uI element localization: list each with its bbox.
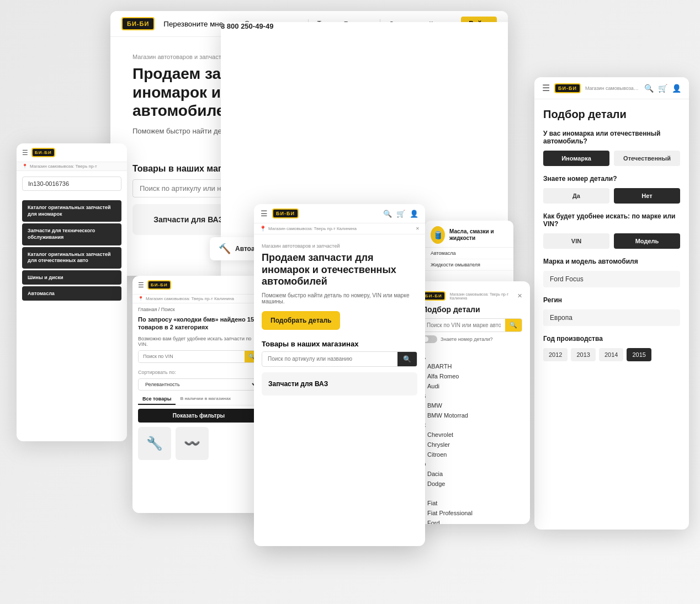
oil-icon: 🛢️ bbox=[431, 226, 445, 244]
brand-abarth[interactable]: ABARTH bbox=[414, 361, 530, 371]
search-icon[interactable]: 🔍 bbox=[644, 84, 654, 93]
brand-chrysler[interactable]: Chrysler bbox=[414, 440, 530, 450]
brands-store-label: Магазин самовывоза: Тверь пр-т Калинина bbox=[450, 292, 517, 300]
hamburger-icon[interactable]: ☰ bbox=[542, 83, 550, 93]
year-2012[interactable]: 2012 bbox=[543, 348, 568, 361]
brands-card: БИ-БИ Магазин самовывоза: Тверь пр-т Кал… bbox=[414, 281, 530, 524]
mobile-menu-item-5[interactable]: Автомасла bbox=[22, 286, 121, 301]
product-thumbnails: 🔧 〰️ bbox=[132, 427, 265, 460]
mobile-logo: БИ-БИ bbox=[31, 148, 55, 157]
tablet-store-bar: 📍 Магазин самовывоза: Тверь пр-т Калинин… bbox=[254, 223, 425, 234]
cart-icon[interactable]: 🛒 bbox=[658, 84, 667, 93]
tablet-hamburger-icon[interactable]: ☰ bbox=[261, 209, 268, 218]
mobile-article-input[interactable] bbox=[22, 177, 121, 191]
tablet-search-input[interactable] bbox=[262, 352, 397, 365]
vin-search-row: 🔍 bbox=[138, 350, 259, 363]
brand-letter-a: A bbox=[414, 352, 530, 361]
btn-yes[interactable]: Да bbox=[543, 188, 609, 204]
brands-close-icon[interactable]: ✕ bbox=[517, 292, 522, 300]
btn-domestic[interactable]: Отечественный bbox=[614, 151, 680, 166]
tablet-search-button[interactable]: 🔍 bbox=[397, 352, 417, 366]
btn-no[interactable]: Нет bbox=[614, 188, 680, 204]
brand-ford[interactable]: Ford bbox=[414, 518, 530, 524]
vin-input[interactable] bbox=[139, 351, 245, 362]
tablet-logo: БИ-БИ bbox=[272, 209, 299, 218]
brand-letter-d: D bbox=[414, 459, 530, 469]
right-panel-content: Подбор детали У вас иномарка или отечест… bbox=[534, 99, 689, 370]
btn-model[interactable]: Модель bbox=[614, 233, 680, 249]
tablet-user-icon[interactable]: 👤 bbox=[410, 210, 418, 218]
filter-tabs: Все товары В наличии в магазинах bbox=[138, 394, 259, 405]
year-2015[interactable]: 2015 bbox=[627, 348, 651, 361]
brand-bmw[interactable]: BMW bbox=[414, 400, 530, 410]
tab-all[interactable]: Все товары bbox=[138, 394, 176, 405]
brand-citroen[interactable]: Citroen bbox=[414, 450, 530, 459]
btn-inomark[interactable]: Иномарка bbox=[543, 151, 609, 166]
tablet-search-icon[interactable]: 🔍 bbox=[383, 210, 392, 218]
mobile-menu-item-1[interactable]: Каталог оригинальных запчастей для инома… bbox=[22, 200, 121, 222]
car-type-group: Иномарка Отечественный bbox=[543, 151, 680, 166]
brand-dodge[interactable]: Dodge bbox=[414, 479, 530, 489]
user-icon[interactable]: 👤 bbox=[672, 84, 681, 93]
brand-dacia[interactable]: Dacia bbox=[414, 469, 530, 479]
brands-logo: БИ-БИ bbox=[422, 291, 446, 301]
scene: БИ-БИ 8 800 250-49-49 Перезвоните мне Св… bbox=[0, 0, 700, 604]
sort-label: Сортировать по: bbox=[132, 367, 265, 377]
brand-letter-f: F bbox=[414, 489, 530, 498]
brand-fiat-pro[interactable]: Fiat Professional bbox=[414, 508, 530, 518]
oils-item-1[interactable]: Автомасла bbox=[425, 248, 513, 259]
brand-audi[interactable]: Audi bbox=[414, 381, 530, 391]
right-panel-logo: БИ-БИ bbox=[554, 83, 581, 93]
mobile-menu-item-4[interactable]: Шины и диски bbox=[22, 270, 121, 285]
brand-bmw-moto[interactable]: BMW Motorrad bbox=[414, 410, 530, 420]
q3-text: Как будет удобнее искать: по марке или V… bbox=[543, 212, 680, 228]
tablet-cart-icon[interactable]: 🛒 bbox=[396, 210, 405, 218]
brands-title: Подбор детали bbox=[422, 305, 522, 314]
accessories-icon: 🔨 bbox=[219, 243, 231, 255]
mobile-card: ☰ БИ-БИ 📍 Магазин самовывоза: Тверь пр-т… bbox=[17, 143, 127, 441]
vin-toggle: Знаете номер детали? bbox=[422, 335, 522, 343]
brands-header: БИ-БИ Магазин самовывоза: Тверь пр-т Кал… bbox=[414, 281, 530, 350]
search-card-store-bar: 📍 Магазин самовывоза: Тверь пр-т Калинин… bbox=[132, 295, 265, 303]
mobile-hamburger-icon[interactable]: ☰ bbox=[22, 149, 28, 157]
tablet-search: 🔍 bbox=[262, 351, 417, 367]
tablet-hero-desc: Поможем быстро найти деталь по номеру, V… bbox=[262, 292, 417, 304]
oils-item-2[interactable]: Жидкости омывателя bbox=[425, 259, 513, 271]
mobile-menu: Каталог оригинальных запчастей для инома… bbox=[17, 196, 127, 304]
tablet-find-button[interactable]: Подобрать деталь bbox=[262, 311, 340, 330]
mobile-store-bar: 📍 Магазин самовывоза: Тверь пр-т bbox=[17, 162, 127, 171]
tablet-hero-title: Продаем запчасти для иномарок и отечеств… bbox=[262, 252, 417, 288]
search-card-hamburger-icon[interactable]: ☰ bbox=[138, 281, 144, 289]
year-2013[interactable]: 2013 bbox=[571, 348, 595, 361]
search-card-top-bar: ☰ БИ-БИ bbox=[132, 276, 265, 295]
tablet-close-icon[interactable]: ✕ bbox=[416, 226, 420, 231]
right-panel-card: ☰ БИ-БИ Магазин самовывоза: Тверь пр-т К… bbox=[534, 77, 689, 530]
brand-letter-c: C bbox=[414, 420, 530, 430]
search-results-title: По запросу «колодки бмв» найдено 156 тов… bbox=[132, 313, 265, 335]
tab-instock[interactable]: В наличии в магазинах bbox=[176, 394, 235, 405]
panel-title: Подбор детали bbox=[543, 108, 680, 121]
brands-search-button[interactable]: 🔍 bbox=[505, 319, 522, 332]
tablet-hero-sub: Магазин автотоваров и запчастей bbox=[262, 243, 417, 249]
mobile-menu-item-2[interactable]: Запчасти для технического обслуживания bbox=[22, 223, 121, 245]
brand-alfa[interactable]: Alfa Romeo bbox=[414, 371, 530, 381]
part-number-group: Да Нет bbox=[543, 188, 680, 204]
brand-fiat[interactable]: Fiat bbox=[414, 498, 530, 508]
btn-vin[interactable]: VIN bbox=[543, 233, 609, 249]
tablet-card: ☰ БИ-БИ 🔍 🛒 👤 📍 Магазин самовывоза: Твер… bbox=[254, 204, 425, 546]
show-filters-button[interactable]: Показать фильтры bbox=[138, 409, 259, 423]
q4-text: Марка и модель автомобиля bbox=[543, 258, 680, 265]
brands-list: A ABARTH Alfa Romeo Audi B BMW BMW Motor… bbox=[414, 350, 530, 524]
car-model-field[interactable]: Ford Focus bbox=[543, 271, 680, 287]
right-panel-store-label: Магазин самовывоза: Тверь пр-т Калинина bbox=[585, 85, 640, 91]
mobile-menu-item-3[interactable]: Каталог оригинальных запчастей для отече… bbox=[22, 247, 121, 269]
sort-select[interactable]: Релевантность bbox=[138, 378, 259, 391]
region-field[interactable]: Европа bbox=[543, 309, 680, 326]
q5-text: Регин bbox=[543, 296, 680, 304]
mobile-top-bar: ☰ БИ-БИ bbox=[17, 143, 127, 162]
year-2014[interactable]: 2014 bbox=[599, 348, 623, 361]
mobile-location-icon: 📍 bbox=[22, 164, 28, 169]
tablet-category-vaz[interactable]: Запчасти для ВАЗ bbox=[262, 372, 417, 395]
brands-search-input[interactable] bbox=[422, 319, 505, 331]
brand-chevrolet[interactable]: Chevrolet bbox=[414, 430, 530, 440]
